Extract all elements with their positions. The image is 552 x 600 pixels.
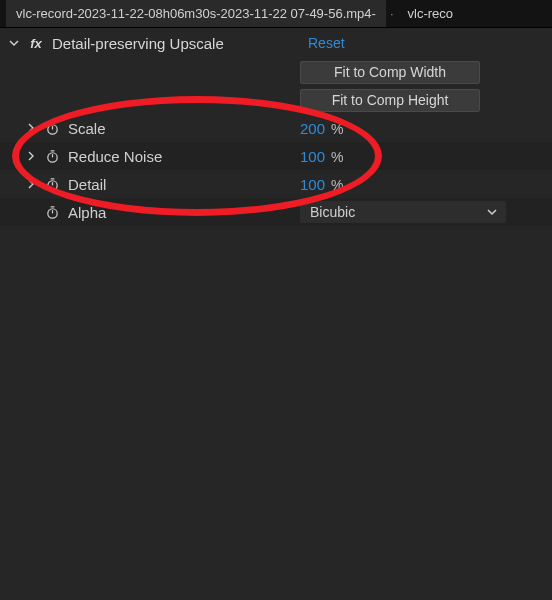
fit-width-label: Fit to Comp Width [334, 64, 446, 80]
tab-separator: · [386, 6, 398, 21]
effect-controls-panel: vlc-record-2023-11-22-08h06m30s-2023-11-… [0, 0, 552, 600]
panel-empty-area [0, 226, 552, 600]
detail-label: Detail [68, 176, 106, 193]
scale-label: Scale [68, 120, 106, 137]
reduce-noise-value[interactable]: 100 [300, 148, 325, 165]
scale-value[interactable]: 200 [300, 120, 325, 137]
tab-active[interactable]: vlc-record-2023-11-22-08h06m30s-2023-11-… [6, 0, 386, 27]
fit-to-comp-width-button[interactable]: Fit to Comp Width [300, 61, 480, 84]
alpha-value: Bicubic [310, 204, 355, 220]
reset-link[interactable]: Reset [308, 35, 345, 51]
stopwatch-icon[interactable] [44, 204, 60, 220]
detail-value[interactable]: 100 [300, 176, 325, 193]
expand-scale-toggle[interactable] [26, 123, 36, 133]
stopwatch-icon[interactable] [44, 148, 60, 164]
collapse-effect-toggle[interactable] [8, 37, 20, 49]
tab-next[interactable]: vlc-reco [398, 0, 464, 27]
chevron-down-icon [486, 206, 498, 218]
expand-detail-toggle[interactable] [26, 179, 36, 189]
fit-width-row: Fit to Comp Width [0, 58, 552, 86]
property-row-detail: Detail 100 % [0, 170, 552, 198]
scale-unit: % [331, 121, 343, 137]
detail-unit: % [331, 177, 343, 193]
property-row-alpha: Alpha Bicubic [0, 198, 552, 226]
fit-to-comp-height-button[interactable]: Fit to Comp Height [300, 89, 480, 112]
document-tabs: vlc-record-2023-11-22-08h06m30s-2023-11-… [0, 0, 552, 28]
effect-name[interactable]: Detail-preserving Upscale [52, 35, 224, 52]
property-row-scale: Scale 200 % [0, 114, 552, 142]
tab-next-label: vlc-reco [408, 6, 454, 21]
fx-icon[interactable]: fx [26, 36, 46, 51]
expand-reduce-noise-toggle[interactable] [26, 151, 36, 161]
alpha-dropdown[interactable]: Bicubic [300, 201, 506, 223]
reduce-noise-label: Reduce Noise [68, 148, 162, 165]
tab-active-label: vlc-record-2023-11-22-08h06m30s-2023-11-… [16, 6, 376, 21]
property-row-reduce-noise: Reduce Noise 100 % [0, 142, 552, 170]
stopwatch-icon[interactable] [44, 176, 60, 192]
fit-height-row: Fit to Comp Height [0, 86, 552, 114]
fit-height-label: Fit to Comp Height [332, 92, 449, 108]
stopwatch-icon[interactable] [44, 120, 60, 136]
effect-header: fx Detail-preserving Upscale Reset [0, 28, 552, 58]
effect-panel: fx Detail-preserving Upscale Reset Fit t… [0, 28, 552, 600]
reduce-noise-unit: % [331, 149, 343, 165]
alpha-label: Alpha [68, 204, 106, 221]
